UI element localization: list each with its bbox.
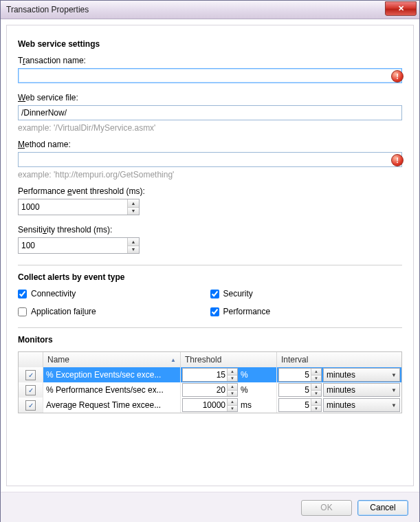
spin-up-icon[interactable]: ▲ — [128, 238, 139, 246]
error-icon: ! — [391, 70, 404, 83]
threshold-input[interactable] — [183, 384, 227, 396]
interval-unit-value: minutes — [327, 370, 355, 380]
interval-unit-combo[interactable]: minutes▼ — [323, 398, 400, 412]
interval-unit-combo[interactable]: minutes▼ — [323, 383, 400, 397]
row-interval: ▲▼minutes▼ — [277, 398, 401, 413]
threshold-unit: ms — [238, 400, 264, 410]
chk-connectivity-box[interactable] — [18, 290, 27, 298]
interval-spinner[interactable]: ▲▼ — [278, 398, 322, 412]
row-check-cell: ✓ — [19, 382, 43, 398]
interval-input[interactable] — [279, 384, 311, 396]
close-button[interactable]: ✕ — [385, 1, 417, 16]
col-threshold[interactable]: Threshold — [181, 352, 277, 367]
spin-down-icon[interactable]: ▼ — [311, 406, 321, 412]
interval-unit-combo[interactable]: minutes▼ — [323, 368, 400, 382]
spin-up-icon[interactable]: ▲ — [228, 384, 237, 391]
threshold-unit: % — [238, 385, 264, 395]
spin-up-icon[interactable]: ▲ — [228, 369, 237, 376]
row-name: % Performance Events/sec ex... — [43, 382, 181, 398]
spin-down-icon[interactable]: ▼ — [311, 376, 321, 382]
tx-name-label: Transaction name: — [18, 56, 402, 65]
chevron-down-icon: ▼ — [391, 387, 397, 393]
ok-button[interactable]: OK — [301, 500, 352, 516]
window-title: Transaction Properties — [6, 5, 89, 14]
spin-down-icon[interactable]: ▼ — [228, 406, 237, 412]
interval-input[interactable] — [279, 369, 311, 381]
spin-down-icon[interactable]: ▼ — [128, 208, 139, 215]
threshold-input[interactable] — [183, 369, 227, 381]
row-threshold: ▲▼% — [181, 382, 277, 398]
row-name: Average Request Time excee... — [43, 398, 181, 413]
table-row[interactable]: ✓% Performance Events/sec ex...▲▼%▲▼minu… — [19, 382, 401, 398]
perf-label: Performance event threshold (ms): — [18, 186, 402, 196]
chk-connectivity[interactable]: Connectivity — [18, 289, 210, 298]
ws-file-label: Web service file: — [18, 93, 402, 102]
monitors-table: Name▲ Threshold Interval ✓% Exception Ev… — [18, 351, 402, 413]
section-web-title: Web service settings — [18, 39, 402, 49]
chk-app-failure-box[interactable] — [18, 307, 27, 316]
perf-threshold-spinner[interactable]: ▲▼ — [18, 199, 140, 215]
sens-threshold-input[interactable] — [19, 238, 127, 253]
titlebar: Transaction Properties ✕ — [1, 1, 419, 19]
method-hint: example: 'http://tempuri.org/GetSomethin… — [18, 170, 402, 180]
spin-down-icon[interactable]: ▼ — [311, 391, 321, 397]
row-checkbox[interactable]: ✓ — [25, 385, 36, 395]
method-label: Method name: — [18, 140, 402, 149]
dialog-window: Transaction Properties ✕ Web service set… — [0, 0, 420, 522]
threshold-input[interactable] — [183, 399, 227, 411]
ws-file-hint: example: '/VirtualDir/MyService.asmx' — [18, 123, 402, 133]
row-checkbox[interactable]: ✓ — [25, 370, 36, 380]
col-interval[interactable]: Interval — [277, 352, 401, 367]
perf-threshold-input[interactable] — [19, 199, 127, 215]
chk-security-box[interactable] — [210, 290, 219, 298]
spin-up-icon[interactable]: ▲ — [228, 399, 237, 406]
error-icon: ! — [391, 154, 404, 166]
table-row[interactable]: ✓Average Request Time excee...▲▼ms▲▼minu… — [19, 398, 401, 413]
row-interval: ▲▼minutes▼ — [277, 367, 401, 382]
table-header: Name▲ Threshold Interval — [19, 352, 401, 367]
threshold-spinner[interactable]: ▲▼ — [182, 368, 238, 382]
sens-threshold-spinner[interactable]: ▲▼ — [18, 237, 140, 254]
spin-down-icon[interactable]: ▼ — [128, 246, 139, 254]
row-threshold: ▲▼ms — [181, 398, 277, 413]
row-check-cell: ✓ — [19, 367, 43, 382]
col-check[interactable] — [19, 352, 43, 367]
chk-performance[interactable]: Performance — [210, 307, 403, 316]
sort-asc-icon: ▲ — [170, 357, 176, 363]
method-input[interactable] — [18, 152, 402, 167]
threshold-unit: % — [238, 370, 264, 380]
chk-security[interactable]: Security — [210, 289, 403, 298]
col-name[interactable]: Name▲ — [43, 352, 181, 367]
row-name: % Exception Events/sec exce... — [43, 367, 181, 382]
row-checkbox[interactable]: ✓ — [25, 400, 36, 411]
spin-up-icon[interactable]: ▲ — [311, 384, 321, 391]
interval-spinner[interactable]: ▲▼ — [278, 368, 322, 382]
section-monitors-title: Monitors — [18, 335, 402, 345]
chevron-down-icon: ▼ — [391, 372, 397, 378]
cancel-button[interactable]: Cancel — [357, 500, 408, 516]
section-alerts-title: Collect alerts by event type — [18, 272, 402, 282]
ws-file-input[interactable] — [18, 105, 402, 120]
separator — [18, 265, 402, 265]
row-interval: ▲▼minutes▼ — [277, 382, 401, 398]
interval-unit-value: minutes — [327, 385, 355, 395]
row-threshold: ▲▼% — [181, 367, 277, 382]
spin-up-icon[interactable]: ▲ — [128, 199, 139, 208]
separator — [18, 327, 402, 328]
interval-input[interactable] — [279, 399, 311, 411]
spin-down-icon[interactable]: ▼ — [228, 376, 237, 382]
threshold-spinner[interactable]: ▲▼ — [182, 398, 238, 412]
spin-down-icon[interactable]: ▼ — [228, 391, 237, 397]
tx-name-input[interactable] — [18, 68, 402, 83]
sens-label: Sensitivity threshold (ms): — [18, 225, 402, 235]
threshold-spinner[interactable]: ▲▼ — [182, 383, 238, 397]
close-icon: ✕ — [398, 4, 404, 13]
spin-up-icon[interactable]: ▲ — [311, 399, 321, 406]
interval-spinner[interactable]: ▲▼ — [278, 383, 322, 397]
row-check-cell: ✓ — [19, 398, 43, 413]
table-row[interactable]: ✓% Exception Events/sec exce...▲▼%▲▼minu… — [19, 367, 401, 382]
chk-performance-box[interactable] — [210, 307, 219, 316]
content-area: Web service settings Transaction name: !… — [6, 25, 414, 486]
spin-up-icon[interactable]: ▲ — [311, 369, 321, 376]
chk-app-failure[interactable]: Application failure — [18, 307, 210, 316]
